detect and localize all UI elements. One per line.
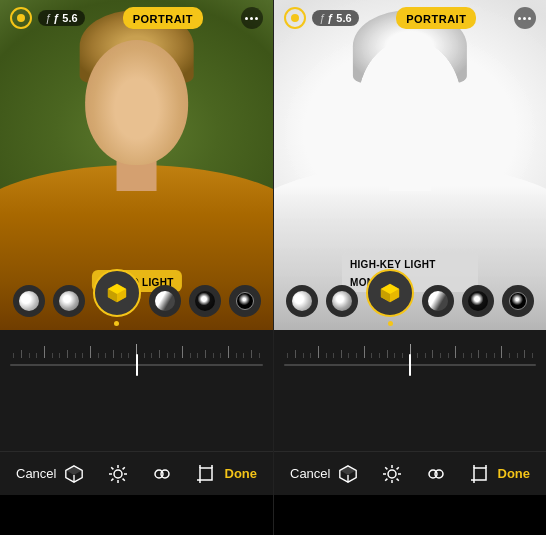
stage-mono-icon-right bbox=[509, 292, 527, 310]
dot-stage-left bbox=[202, 321, 207, 326]
photo-area-right: HIGH-KEY LIGHT MONO bbox=[274, 0, 546, 330]
svg-point-7 bbox=[114, 470, 122, 478]
svg-point-40 bbox=[435, 470, 443, 478]
cube-tb-svg-left bbox=[64, 464, 84, 484]
light-opt-natural-left[interactable] bbox=[13, 285, 45, 326]
portrait-badge-left[interactable]: PORTRAIT bbox=[123, 7, 203, 29]
circle-inner-left bbox=[17, 14, 25, 22]
slider-track-left bbox=[10, 344, 263, 366]
tb-adjust-icon-right[interactable] bbox=[380, 462, 404, 486]
circle-inner-right bbox=[291, 14, 299, 22]
more-button-right[interactable] bbox=[514, 7, 536, 29]
light-icon-studio-right bbox=[326, 285, 358, 317]
light-icon-cube-right bbox=[366, 269, 414, 317]
t bbox=[209, 353, 217, 358]
light-opt-stage-mono-left[interactable] bbox=[229, 285, 261, 326]
light-icon-stage-mono-right bbox=[502, 285, 534, 317]
slider-area-left[interactable] bbox=[0, 330, 273, 374]
f-symbol-left: ƒ bbox=[45, 12, 51, 24]
light-opt-stage-mono-right[interactable] bbox=[502, 285, 534, 326]
light-opt-stage-right[interactable] bbox=[462, 285, 494, 326]
more-button-left[interactable] bbox=[241, 7, 263, 29]
tb-crop-icon-right[interactable] bbox=[468, 462, 492, 486]
tb-crop-icon-left[interactable] bbox=[194, 462, 218, 486]
cancel-button-left[interactable]: Cancel bbox=[16, 466, 56, 481]
slider-thumb-left bbox=[136, 354, 138, 376]
t bbox=[117, 353, 125, 358]
tb-cube-icon-left[interactable] bbox=[62, 462, 86, 486]
slider-area-right[interactable] bbox=[274, 330, 546, 374]
portrait-label-right: PORTRAIT bbox=[406, 13, 466, 25]
light-opt-studio-right[interactable] bbox=[326, 285, 358, 326]
tb-filter-icon-right[interactable] bbox=[424, 462, 448, 486]
t bbox=[140, 353, 148, 358]
filter-svg-right bbox=[426, 464, 446, 484]
svg-rect-18 bbox=[200, 468, 212, 480]
contour-icon-left bbox=[155, 291, 175, 311]
done-button-right[interactable]: Done bbox=[498, 466, 531, 481]
dot-cube-left bbox=[114, 321, 119, 326]
svg-line-35 bbox=[385, 467, 387, 469]
t bbox=[79, 353, 87, 358]
t bbox=[156, 350, 164, 358]
t bbox=[163, 353, 171, 358]
done-button-left[interactable]: Done bbox=[225, 466, 258, 481]
top-bar-left: ƒ ƒ 5.6 PORTRAIT bbox=[0, 0, 273, 36]
svg-line-14 bbox=[123, 467, 125, 469]
photo-area-left: STUDIO LIGHT bbox=[0, 0, 273, 330]
dot2-left bbox=[250, 17, 253, 20]
crop-svg-left bbox=[196, 464, 216, 484]
dot-natural-left bbox=[26, 321, 31, 326]
dot-stage-mono-right bbox=[516, 321, 521, 326]
svg-marker-5 bbox=[66, 465, 82, 474]
tb-adjust-icon-left[interactable] bbox=[106, 462, 130, 486]
t bbox=[56, 353, 64, 358]
light-opt-contour-right[interactable] bbox=[422, 285, 454, 326]
light-opt-studio-left[interactable] bbox=[53, 285, 85, 326]
t bbox=[256, 353, 264, 358]
light-opt-stage-left[interactable] bbox=[189, 285, 221, 326]
aperture-badge-left: ƒ ƒ 5.6 bbox=[38, 10, 85, 26]
light-icon-stage-left bbox=[189, 285, 221, 317]
t bbox=[110, 350, 118, 358]
natural-icon-left bbox=[19, 291, 39, 311]
studio-icon-left bbox=[59, 291, 79, 311]
dot2-right bbox=[523, 17, 526, 20]
t bbox=[33, 353, 41, 358]
cancel-button-right[interactable]: Cancel bbox=[290, 466, 330, 481]
light-icon-cube-left bbox=[93, 269, 141, 317]
natural-icon-right bbox=[292, 291, 312, 311]
light-opt-cube-left[interactable] bbox=[93, 269, 141, 326]
tb-filter-icon-left[interactable] bbox=[150, 462, 174, 486]
sun-svg-left bbox=[108, 464, 128, 484]
t bbox=[25, 353, 33, 358]
t bbox=[202, 350, 210, 358]
right-panel: ƒ ƒ 5.6 PORTRAIT HIGH-KEY bbox=[273, 0, 546, 535]
studio-icon-right bbox=[332, 291, 352, 311]
light-opt-cube-right[interactable] bbox=[366, 269, 414, 326]
cube-svg-left bbox=[106, 282, 128, 304]
crop-svg-right bbox=[470, 464, 490, 484]
tb-cube-icon-right[interactable] bbox=[336, 462, 360, 486]
left-panel: ƒ ƒ 5.6 PORTRAIT STUDIO LI bbox=[0, 0, 273, 535]
svg-line-12 bbox=[112, 467, 114, 469]
svg-line-15 bbox=[112, 478, 114, 480]
slider-track-right bbox=[284, 344, 536, 366]
t bbox=[10, 353, 18, 358]
t bbox=[18, 350, 26, 358]
light-icon-natural-right bbox=[286, 285, 318, 317]
light-opt-natural-right[interactable] bbox=[286, 285, 318, 326]
stage-icon-right bbox=[468, 291, 488, 311]
dot-contour-left bbox=[162, 321, 167, 326]
t bbox=[232, 353, 240, 358]
slider-line-left bbox=[10, 364, 263, 366]
t bbox=[71, 353, 79, 358]
svg-line-13 bbox=[123, 478, 125, 480]
aperture-badge-right: ƒ ƒ 5.6 bbox=[312, 10, 359, 26]
portrait-badge-right[interactable]: PORTRAIT bbox=[396, 7, 476, 29]
light-icon-natural-left bbox=[13, 285, 45, 317]
aperture-value-right: ƒ 5.6 bbox=[327, 12, 351, 24]
dot3-right bbox=[528, 17, 531, 20]
slider-line-right bbox=[284, 364, 536, 366]
light-opt-contour-left[interactable] bbox=[149, 285, 181, 326]
